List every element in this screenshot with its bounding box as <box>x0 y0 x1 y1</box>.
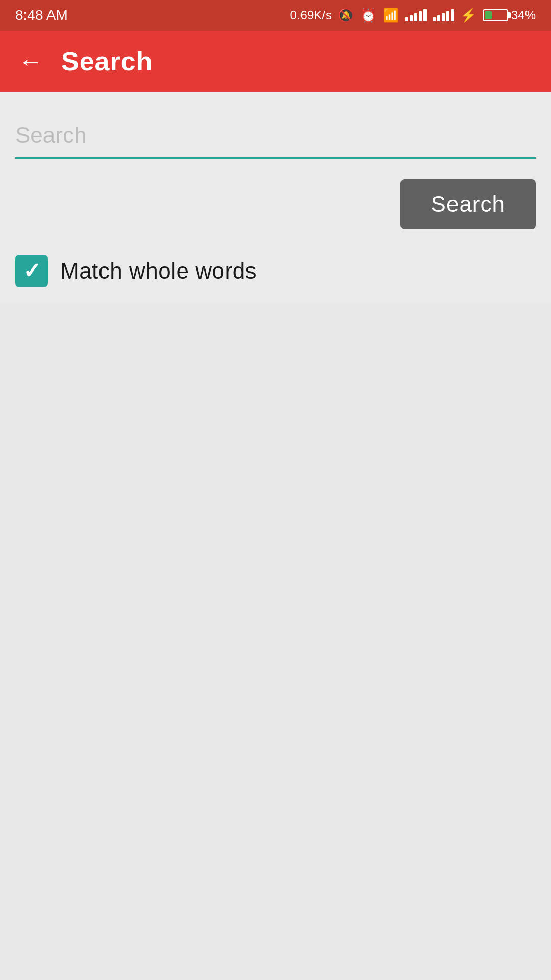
status-bar: 8:48 AM 0.69K/s 🔕 ⏰ 📶 ⚡ <box>0 0 551 31</box>
charging-icon: ⚡ <box>460 8 477 23</box>
signal-bars-1 <box>405 9 427 21</box>
battery-percent: 34% <box>511 8 536 22</box>
signal-bars-2 <box>433 9 454 21</box>
mute-icon: 🔕 <box>338 8 354 23</box>
match-whole-words-label: Match whole words <box>60 258 257 284</box>
match-whole-words-row: ✓ Match whole words <box>15 255 536 287</box>
network-speed: 0.69K/s <box>290 8 332 22</box>
back-arrow-icon: ← <box>18 47 43 76</box>
match-whole-words-checkbox[interactable]: ✓ <box>15 255 48 287</box>
search-button[interactable]: Search <box>400 179 536 229</box>
back-button[interactable]: ← <box>15 46 46 77</box>
status-icons: 0.69K/s 🔕 ⏰ 📶 ⚡ 34% <box>290 8 536 23</box>
status-time: 8:48 AM <box>15 7 68 23</box>
battery-icon <box>483 9 508 21</box>
search-input[interactable] <box>15 117 536 153</box>
app-bar-title: Search <box>61 46 153 77</box>
search-input-container <box>15 117 536 159</box>
battery-fill <box>485 11 492 19</box>
wifi-icon: 📶 <box>383 8 399 23</box>
app-bar: ← Search <box>0 31 551 92</box>
search-button-row: Search <box>15 179 536 229</box>
main-content: Search ✓ Match whole words <box>0 92 551 303</box>
checkmark-icon: ✓ <box>23 260 41 282</box>
alarm-icon: ⏰ <box>360 8 377 23</box>
battery-container: 34% <box>483 8 536 22</box>
